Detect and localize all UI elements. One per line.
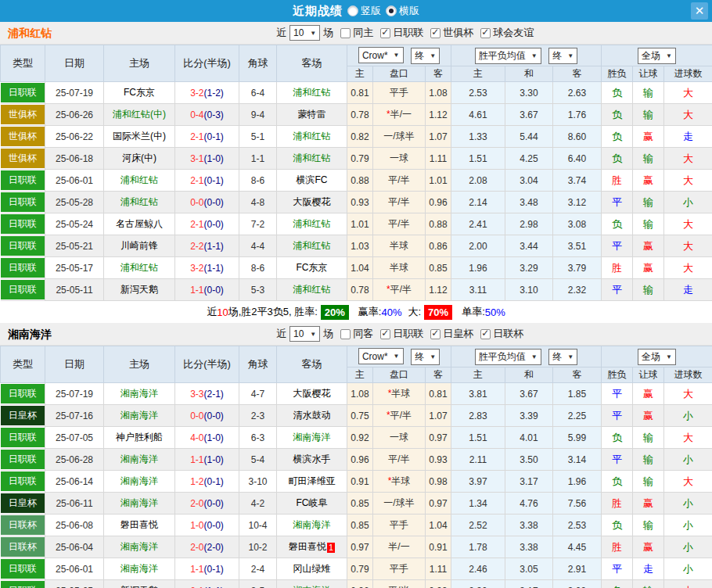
games-label: 场 [323,26,333,40]
asia-handicap: *平/半 [373,279,426,301]
col-header-asia-handicap: 盘口 [373,66,426,82]
league-badge: 日联杯 [1,515,45,535]
scope-select[interactable]: 全场▼ [638,349,676,365]
match-score: 1-1(1-0) [175,449,239,471]
match-count-select[interactable]: 10▼ [289,326,320,342]
home-team: 湘南海洋 [104,405,175,427]
match-date: 25-06-28 [45,449,104,471]
radio-icon[interactable] [386,5,397,16]
match-score: 3-2(1-1) [175,257,239,279]
away-team: 浦和红钻 [277,235,347,257]
euro-draw-odds: 3.10 [505,279,553,301]
corner-score: 2-3 [239,405,277,427]
corner-score: 6-3 [239,427,277,449]
league-filter-label: 日皇杯 [443,327,473,341]
away-team: 浦和红钻 [277,213,347,235]
col-header-asia-home: 主 [347,66,373,82]
chevron-down-icon: ▼ [666,353,672,360]
euro-home-odds: 2.00 [451,235,505,257]
result-goals: 大 [664,257,712,279]
corner-score: 4-4 [239,235,277,257]
horizontal-layout-radio[interactable]: 横版 [386,4,419,18]
league-filter-label: 世俱杯 [443,26,473,40]
asia-home-odds: 0.82 [347,126,373,148]
asia-home-odds: 0.96 [347,580,373,588]
match-score: 4-0(1-0) [175,427,239,449]
league-filter-checkbox[interactable] [480,28,491,38]
europe-stage-select[interactable]: 终▼ [548,349,577,365]
match-date: 25-06-22 [45,126,104,148]
league-cell: 世俱杯 [1,126,45,148]
same-venue-checkbox[interactable] [340,28,351,38]
euro-away-odds: 2.25 [553,405,602,427]
europe-odds-select[interactable]: 胜平负均值▼ [475,349,541,365]
asia-handicap: *半/一 [373,104,426,126]
home-team: 浦和红钻 [104,192,175,213]
league-cell: 世俱杯 [1,104,45,126]
home-team: 神户胜利船 [104,427,175,449]
league-badge: 日职联 [1,280,45,299]
result-goals: 大 [664,471,712,493]
league-cell: 日职联 [1,257,45,279]
euro-home-odds: 2.53 [451,82,505,104]
home-team: 川崎前锋 [104,235,175,257]
match-date: 25-06-11 [45,493,104,514]
radio-icon[interactable] [347,5,358,16]
league-filter-checkbox[interactable] [430,329,441,339]
same-venue-checkbox[interactable] [340,329,351,339]
col-header-date: 日期 [45,45,104,82]
vertical-layout-radio[interactable]: 竖版 [347,4,381,18]
result-goals: 小 [664,493,712,514]
euro-draw-odds: 3.67 [505,104,553,126]
match-date: 25-07-16 [45,405,104,427]
euro-home-odds: 1.34 [451,493,505,514]
league-filter-checkbox[interactable] [430,28,441,38]
match-row: 日职联 25-05-11 新泻天鹅 1-1(0-0) 5-3 浦和红钻 0.78… [1,279,712,301]
close-icon[interactable]: ✕ [691,2,708,20]
euro-draw-odds: 3.50 [505,449,553,471]
match-row: 日职联 25-07-19 FC东京 3-2(1-2) 6-4 浦和红钻 0.81… [1,82,712,104]
result-handicap: 输 [633,82,664,104]
league-filter-checkbox[interactable] [480,329,491,339]
asia-handicap: *半球 [373,471,426,493]
asia-stage-select[interactable]: 终▼ [411,349,440,365]
match-row: 日联杯 25-06-04 湘南海洋 2-0(2-0) 10-2 磐田喜悦1 0.… [1,536,712,558]
match-row: 日皇杯 25-07-16 湘南海洋 0-0(0-0) 2-3 清水鼓动 0.75… [1,405,712,427]
match-count-select[interactable]: 10▼ [289,25,320,41]
match-row: 日职联 25-05-24 名古屋鲸八 2-1(0-0) 7-2 浦和红钻 1.0… [1,213,712,235]
team-name: 湘南海洋 [8,323,52,345]
euro-draw-odds: 3.04 [505,170,553,192]
league-filter-checkbox[interactable] [380,329,390,339]
col-header-result: 胜负 [602,368,633,383]
asia-stage-select[interactable]: 终▼ [411,48,440,64]
asia-odds-group-header: Crow*▼ 终▼ [347,45,451,66]
euro-draw-odds: 3.39 [505,405,553,427]
result-winlose: 负 [602,148,633,170]
europe-odds-select[interactable]: 胜平负均值▼ [475,48,541,64]
handicap-rate-value: 40% [381,307,401,318]
match-row: 世俱杯 25-06-18 河床(中) 3-1(1-0) 1-1 浦和红钻 0.7… [1,148,712,170]
asia-away-odds: 0.97 [426,427,451,449]
odds-company-select[interactable]: Crow*▼ [358,348,404,364]
match-date: 25-06-01 [45,558,104,580]
euro-draw-odds: 3.38 [505,536,553,558]
match-score: 3-1(1-0) [175,148,239,170]
odds-company-select[interactable]: Crow*▼ [358,47,404,63]
away-team: FC东京 [277,257,347,279]
league-filter-checkbox[interactable] [380,28,390,38]
asia-handicap: 平/半 [373,449,426,471]
scope-select[interactable]: 全场▼ [638,48,676,64]
euro-away-odds: 7.56 [553,493,602,514]
europe-stage-select[interactable]: 终▼ [548,48,577,64]
home-team: 河床(中) [104,148,175,170]
summary-desc: 场,胜2平3负5, 胜率: [228,305,318,319]
match-date: 25-05-28 [45,192,104,213]
asia-away-odds: 0.88 [426,213,451,235]
col-header-asia-away: 客 [426,66,451,82]
euro-away-odds: 6.40 [553,148,602,170]
asia-handicap: 平/半 [373,170,426,192]
col-header-euro-draw: 和 [505,66,553,82]
euro-away-odds: 2.63 [553,82,602,104]
chevron-down-icon: ▼ [567,52,574,59]
near-label: 近 [276,26,286,40]
